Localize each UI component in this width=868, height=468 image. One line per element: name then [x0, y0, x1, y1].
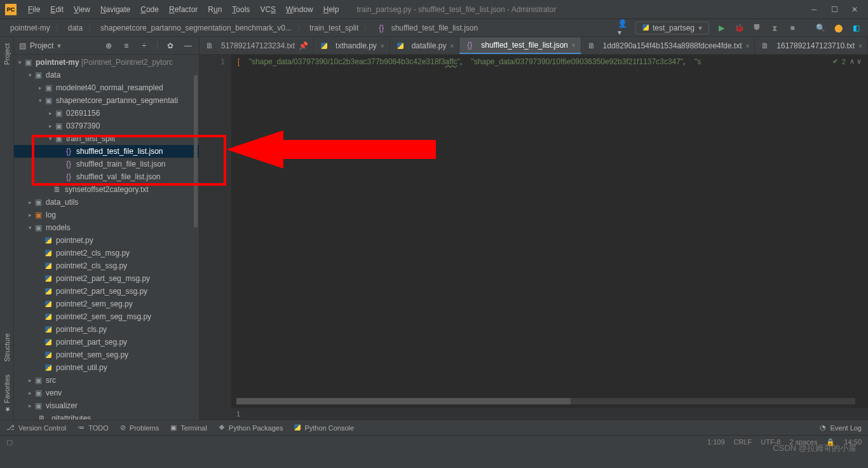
- tree-log[interactable]: ▸▣log: [14, 209, 199, 221]
- tree-src[interactable]: ▸▣src: [14, 374, 199, 387]
- tree-venv[interactable]: ▸▣venv: [14, 387, 199, 399]
- close-icon[interactable]: ×: [572, 42, 576, 49]
- close-icon[interactable]: ×: [858, 43, 862, 50]
- tree-scrollbar[interactable]: [194, 75, 198, 228]
- tree-d1[interactable]: ▸▣02691156: [14, 107, 199, 120]
- run-button[interactable]: ▶: [715, 22, 727, 34]
- maximize-button[interactable]: ☐: [830, 5, 839, 14]
- breadcrumb-2[interactable]: shapenetcore_partanno_segmentation_bench…: [97, 22, 295, 34]
- close-button[interactable]: ✕: [850, 5, 859, 14]
- tree-m6[interactable]: pointnet2_sem_seg.py: [14, 298, 199, 310]
- tree-gita[interactable]: 🗎.gitattributes: [14, 412, 199, 420]
- settings-icon[interactable]: ✿: [165, 40, 176, 52]
- tree-m1[interactable]: pointnet.py: [14, 234, 199, 247]
- hide-icon[interactable]: —: [182, 40, 194, 52]
- inspection-widget[interactable]: ✔ 2 ∧ ∨: [832, 57, 862, 65]
- horizontal-scrollbar[interactable]: [236, 398, 855, 404]
- problems-tool[interactable]: ⊘Problems: [120, 423, 159, 432]
- txt-icon: 🗎: [37, 414, 47, 420]
- menu-file[interactable]: File: [23, 3, 45, 17]
- status-position[interactable]: 1:109: [707, 438, 725, 446]
- vcs-tool[interactable]: ⎇Version Control: [6, 423, 66, 432]
- menu-refactor[interactable]: Refactor: [164, 3, 203, 17]
- tree-m5[interactable]: pointnet2_part_seg_ssg.py: [14, 285, 199, 298]
- tree-m8[interactable]: pointnet_cls.py: [14, 323, 199, 336]
- status-lock-icon[interactable]: 🔒: [826, 438, 835, 446]
- menu-help[interactable]: Help: [318, 3, 344, 17]
- status-encoding[interactable]: UTF-8: [761, 438, 780, 446]
- tree-m7[interactable]: pointnet2_sem_seg_msg.py: [14, 310, 199, 323]
- tree-m3[interactable]: pointnet2_cls_ssg.py: [14, 259, 199, 272]
- tree-tts[interactable]: ▾▣train_test_split: [14, 132, 199, 145]
- breadcrumb-0[interactable]: pointnet-my: [6, 22, 54, 34]
- tab-1[interactable]: txthandle.py×: [314, 38, 390, 54]
- pyconsole-tool[interactable]: Python Console: [294, 424, 354, 432]
- tree-models[interactable]: ▾▣models: [14, 221, 199, 234]
- code-with-me-icon[interactable]: ◧: [850, 22, 862, 34]
- tab-3[interactable]: {}shuffled_test_file_list.json×: [459, 38, 581, 54]
- menu-navigate[interactable]: Navigate: [95, 3, 135, 17]
- tool-favorites-tab[interactable]: ★ Favorites: [1, 368, 12, 420]
- ide-updates-icon[interactable]: ⬤: [832, 22, 844, 34]
- pypkg-tool[interactable]: ❖Python Packages: [219, 423, 283, 432]
- tool-structure-tab[interactable]: Structure: [2, 327, 12, 368]
- coverage-button[interactable]: ⛊: [751, 22, 763, 34]
- terminal-tool[interactable]: ▣Terminal: [170, 423, 207, 432]
- eventlog-tool[interactable]: ◔Event Log: [820, 423, 862, 432]
- user-icon[interactable]: 👤▾: [618, 22, 629, 34]
- status-eol[interactable]: CRLF: [734, 438, 752, 446]
- expand-icon[interactable]: ≡: [121, 40, 132, 52]
- run-config-selector[interactable]: test_partseg ▾: [635, 22, 709, 34]
- locate-icon[interactable]: ⊕: [103, 40, 114, 52]
- folder-icon: ▣: [33, 223, 43, 232]
- tree-j1[interactable]: {}shuffled_test_file_list.json: [14, 145, 199, 158]
- code-area[interactable]: 1 [ "shape_data/03797390/10c2b3eac377b90…: [200, 55, 868, 408]
- minimize-button[interactable]: ─: [810, 5, 818, 14]
- tree-syn[interactable]: 🗎synsetoffset2category.txt: [14, 183, 199, 196]
- status-corner-icon[interactable]: ▢: [6, 438, 13, 446]
- tab-2[interactable]: datafile.py×: [390, 38, 460, 54]
- folder-icon: ▣: [33, 389, 43, 397]
- debug-button[interactable]: 🐞: [733, 22, 745, 34]
- breadcrumb-3[interactable]: train_test_split: [306, 22, 362, 34]
- tab-4[interactable]: 🗎1dd8290a154f4b1534a8988fdcee4fde.txt×: [581, 38, 756, 54]
- stop-button[interactable]: ■: [787, 22, 798, 34]
- tool-project-tab[interactable]: Project: [2, 37, 12, 71]
- tab-0[interactable]: 🗎517892147123234.txt📌: [200, 38, 314, 54]
- tree-modelnet[interactable]: ▸▣modelnet40_normal_resampled: [14, 81, 199, 94]
- tree-d2[interactable]: ▸▣03797390: [14, 120, 199, 132]
- tree-j3[interactable]: {}shuffled_val_file_list.json: [14, 170, 199, 183]
- project-tree[interactable]: ▾▣pointnet-my [Pointnet_Pointnet2_pytorc…: [14, 55, 199, 420]
- menu-view[interactable]: View: [69, 3, 95, 17]
- breadcrumb-4[interactable]: {} shuffled_test_file_list.json: [372, 22, 482, 34]
- project-panel-title[interactable]: ▤ Project ▾: [19, 41, 61, 50]
- close-icon[interactable]: ×: [745, 43, 749, 50]
- tree-data[interactable]: ▾▣data: [14, 69, 199, 81]
- tree-m9[interactable]: pointnet_part_seg.py: [14, 336, 199, 348]
- tree-m2[interactable]: pointnet2_cls_msg.py: [14, 247, 199, 259]
- close-icon[interactable]: ×: [450, 43, 454, 50]
- collapse-icon[interactable]: ÷: [139, 40, 150, 52]
- menu-tools[interactable]: Tools: [227, 3, 255, 17]
- tree-vis[interactable]: ▸▣visualizer: [14, 399, 199, 412]
- profile-button[interactable]: ⧗: [769, 22, 780, 34]
- tree-m11[interactable]: pointnet_util.py: [14, 361, 199, 374]
- menu-code[interactable]: Code: [135, 3, 164, 17]
- tree-m10[interactable]: pointnet_sem_seg.py: [14, 348, 199, 361]
- close-icon[interactable]: ×: [381, 43, 384, 50]
- menu-run[interactable]: Run: [203, 3, 227, 17]
- tree-m4[interactable]: pointnet2_part_seg_msg.py: [14, 272, 199, 285]
- todo-tool[interactable]: ≔TODO: [78, 423, 109, 432]
- menu-edit[interactable]: Edit: [45, 3, 69, 17]
- code-content[interactable]: [ "shape_data/03797390/10c2b3eac377b9084…: [231, 55, 868, 408]
- tree-j2[interactable]: {}shuffled_train_file_list.json: [14, 158, 199, 170]
- status-indent[interactable]: 2 spaces: [789, 438, 817, 446]
- tree-data-utils[interactable]: ▸▣data_utils: [14, 196, 199, 209]
- breadcrumb-1[interactable]: data: [64, 22, 86, 34]
- tree-shapenet[interactable]: ▾▣shapenetcore_partanno_segmentati: [14, 94, 199, 107]
- menu-vcs[interactable]: VCS: [255, 3, 281, 17]
- tab-5[interactable]: 🗎1617892147123710.txt×: [755, 38, 868, 54]
- search-everywhere-button[interactable]: 🔍: [815, 22, 826, 34]
- menu-window[interactable]: Window: [281, 3, 318, 17]
- tree-root[interactable]: ▾▣pointnet-my [Pointnet_Pointnet2_pytorc: [14, 56, 199, 69]
